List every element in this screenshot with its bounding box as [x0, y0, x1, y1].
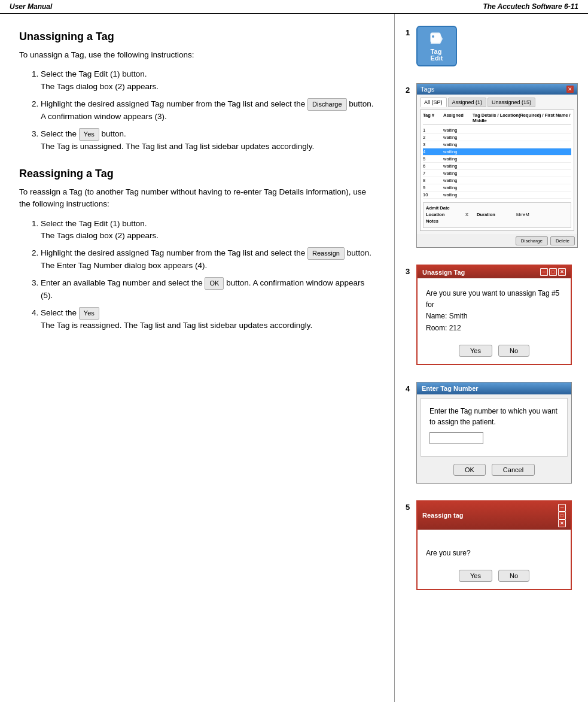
tag-details-panel: Admit Date Location X Duration MrreM [423, 202, 571, 228]
unassign-body: Are you sure you want to unassign Tag #5… [418, 278, 571, 340]
section2-intro: To reassign a Tag (to another Tag number… [19, 186, 375, 211]
tab-unassigned[interactable]: Unassigned (15) [488, 98, 535, 107]
step-1-2: Highlight the desired assigned Tag numbe… [41, 98, 375, 123]
duration-value: MrreM [516, 212, 529, 217]
minimize-btn[interactable]: ─ [540, 268, 548, 276]
close-btn-3[interactable]: ✕ [558, 268, 566, 276]
reassign-no-btn[interactable]: No [498, 570, 529, 582]
list-item[interactable]: 2waiting [423, 134, 571, 141]
step-2-3-main: Enter an available Tag number and select… [41, 278, 203, 287]
step-2-2-main: Highlight the desired assigned Tag numbe… [41, 248, 305, 257]
reassign-maximize-btn[interactable]: □ [558, 512, 566, 519]
unassign-msg2: Name: Smith [426, 311, 562, 322]
reassign-win-controls: ─ □ ✕ [558, 504, 566, 527]
reassign-title: Reassign tag [422, 512, 463, 519]
tags-dialog-close[interactable]: ✕ [566, 86, 574, 93]
tag-icon [428, 31, 445, 47]
svg-point-2 [432, 35, 434, 38]
unassign-footer: Yes No [418, 340, 571, 364]
reassign-dialog: Reassign tag ─ □ ✕ Are you sure? Yes No [416, 500, 572, 590]
figure-3-number: 3 [406, 267, 416, 276]
tab-all[interactable]: All (SP) [420, 98, 447, 107]
step-2-2: Highlight the desired assigned Tag numbe… [41, 247, 375, 272]
reassign-button-inline: Reassign [307, 247, 345, 260]
figure-2-number: 2 [406, 86, 416, 95]
admit-date-row: Admit Date [426, 205, 568, 211]
col-details-header: Tag Details / Location(Required) / First… [473, 113, 571, 123]
reassign-body: Are you sure? [418, 530, 571, 565]
tags-dialog-titlebar: Tags ✕ [417, 84, 577, 95]
reassign-minimize-btn[interactable]: ─ [558, 504, 566, 512]
step-1-1-main: Select the Tag Edit (1) button. [41, 69, 147, 78]
discharge-button[interactable]: Discharge [516, 236, 548, 245]
section1-heading: Unassigning a Tag [19, 31, 375, 43]
admit-date-label: Admit Date [426, 205, 462, 211]
step-2-1-sub: The Tags dialog box (2) appears. [41, 231, 159, 240]
figure-3-row: 3 Unassign Tag ─ □ ✕ Are you sure you wa… [406, 265, 577, 365]
tag-number-input[interactable] [429, 432, 483, 444]
left-column: Unassigning a Tag To unassign a Tag, use… [0, 14, 395, 702]
section2-heading: Reassigning a Tag [19, 168, 375, 180]
tags-dialog-body: All (SP) Assigned (1) Unassigned (15) Ta… [417, 95, 577, 234]
delete-button[interactable]: Delete [550, 236, 575, 245]
unassign-titlebar: Unassign Tag ─ □ ✕ [418, 266, 571, 278]
list-item[interactable]: 6waiting [423, 163, 571, 170]
step-1-3-after: button. [102, 129, 126, 138]
list-item[interactable]: 8waiting [423, 177, 571, 184]
reassign-msg: Are you sure? [426, 548, 562, 559]
enter-tag-body: Enter the Tag number to which you want t… [421, 398, 568, 457]
list-item[interactable]: 9waiting [423, 184, 571, 192]
yes-button-inline-2: Yes [79, 307, 99, 320]
step-2-4-sub: The Tag is reassigned. The Tag list and … [41, 321, 312, 330]
step-1-2-main: Highlight the desired assigned Tag numbe… [41, 99, 305, 108]
figure-4-content: Enter Tag Number Enter the Tag number to… [416, 382, 577, 484]
figure-2-content: Tags ✕ All (SP) Assigned (1) Unassigned … [416, 83, 578, 248]
step-1-3-sub: The Tag is unassigned. The Tag list and … [41, 142, 314, 151]
figure-1-content: Tag Edit [416, 26, 577, 66]
duration-label: Duration [477, 212, 513, 217]
page-header: User Manual The Accutech Software 6-11 [0, 0, 588, 14]
maximize-btn[interactable]: □ [549, 268, 557, 276]
list-item[interactable]: 4waiting [423, 148, 571, 156]
list-item[interactable]: 1waiting [423, 127, 571, 134]
step-2-1-main: Select the Tag Edit (1) button. [41, 219, 147, 228]
list-item[interactable]: 7waiting [423, 170, 571, 177]
reassign-yes-btn[interactable]: Yes [459, 570, 492, 582]
figure-1-row: 1 Tag Edit [406, 26, 577, 66]
enter-tag-cancel-btn[interactable]: Cancel [492, 464, 535, 476]
tag-edit-button[interactable]: Tag Edit [416, 26, 457, 66]
reassign-footer: Yes No [418, 565, 571, 589]
col-tag-header: Tag # [423, 113, 441, 123]
tab-assigned[interactable]: Assigned (1) [448, 98, 487, 107]
step-2-2-after: button. [347, 248, 371, 257]
unassign-yes-btn[interactable]: Yes [459, 345, 492, 357]
tag-list: 1waiting 2waiting 3waiting 4waiting 5wai… [423, 127, 571, 199]
reassign-close-btn[interactable]: ✕ [558, 519, 566, 527]
figure-4-row: 4 Enter Tag Number Enter the Tag number … [406, 382, 577, 484]
enter-tag-footer: OK Cancel [417, 460, 571, 483]
list-item[interactable]: 5waiting [423, 156, 571, 163]
tags-dialog-footer: Discharge Delete [417, 234, 577, 247]
figure-5-row: 5 Reassign tag ─ □ ✕ Are you sure? [406, 500, 577, 590]
list-item[interactable]: 10waiting [423, 192, 571, 199]
enter-tag-ok-btn[interactable]: OK [453, 464, 486, 476]
enter-tag-message: Enter the Tag number to which you want t… [429, 406, 559, 427]
yes-button-inline-1: Yes [79, 128, 99, 141]
list-item[interactable]: 3waiting [423, 141, 571, 148]
enter-tag-title: Enter Tag Number [422, 385, 479, 392]
tags-dialog: Tags ✕ All (SP) Assigned (1) Unassigned … [416, 83, 578, 248]
section2-steps: Select the Tag Edit (1) button. The Tags… [41, 218, 375, 333]
figure-3-content: Unassign Tag ─ □ ✕ Are you sure you want… [416, 265, 577, 365]
step-2-2-sub: The Enter Tag Number dialog box appears … [41, 261, 207, 270]
tag-to-row: Notes [426, 218, 568, 224]
header-left: User Manual [10, 2, 52, 11]
enter-tag-dialog: Enter Tag Number Enter the Tag number to… [416, 382, 572, 484]
step-2-1: Select the Tag Edit (1) button. The Tags… [41, 218, 375, 243]
page-body: Unassigning a Tag To unassign a Tag, use… [0, 14, 588, 702]
unassign-no-btn[interactable]: No [498, 345, 529, 357]
ok-button-inline: OK [205, 277, 224, 290]
step-2-4-main: Select the [41, 308, 77, 317]
right-column: 1 Tag Edit 2 [395, 14, 588, 702]
figure-1-number: 1 [406, 28, 416, 37]
location-label: Location [426, 212, 462, 217]
